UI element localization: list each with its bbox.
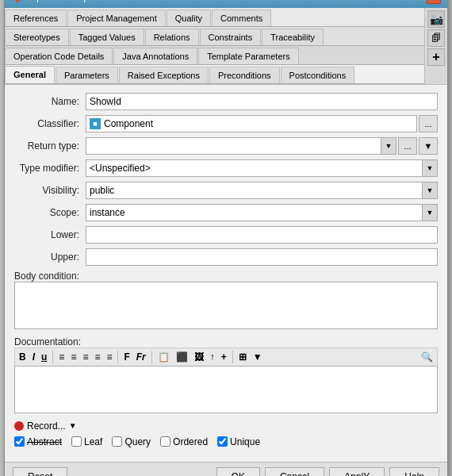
sidebar-icon-add[interactable]: + [427, 48, 445, 66]
tab-project-management[interactable]: Project Management [67, 10, 166, 26]
return-type-row: Return type: ▼ ... ▼ [14, 137, 438, 155]
classifier-value: Component [104, 118, 153, 129]
tab-comments[interactable]: Comments [212, 10, 271, 26]
toolbar-sep-3 [151, 351, 152, 363]
toolbar-dropdown[interactable]: ▼ [251, 351, 265, 363]
reset-button[interactable]: Reset [13, 467, 67, 477]
abstract-checkbox-item[interactable]: Abstract [14, 436, 62, 447]
query-checkbox[interactable] [112, 436, 122, 447]
tab-raised-exceptions[interactable]: Raised Exceptions [119, 67, 209, 83]
return-type-browse-button[interactable]: ... [398, 137, 417, 155]
type-modifier-select[interactable]: <Unspecified> [86, 159, 438, 177]
lower-row: Lower: [14, 226, 438, 244]
toolbar-align-center[interactable]: ≡ [68, 351, 79, 363]
ordered-label: Ordered [173, 436, 208, 447]
tab-stereotypes[interactable]: Stereotypes [5, 29, 69, 45]
tab-template-parameters[interactable]: Template Parameters [198, 48, 299, 64]
toolbar-color[interactable]: ⬛ [174, 351, 190, 363]
name-input[interactable] [86, 93, 438, 110]
lower-input[interactable] [86, 226, 438, 244]
abstract-checkbox[interactable] [14, 436, 25, 447]
classifier-input[interactable]: ■ Component [86, 115, 417, 132]
help-button[interactable]: Help [389, 467, 439, 477]
toolbar-italic[interactable]: I [30, 351, 37, 363]
tab-preconditions[interactable]: Preconditions [209, 67, 280, 83]
leaf-label: Leaf [84, 436, 102, 447]
visibility-label: Visibility: [14, 185, 86, 196]
classifier-browse-button[interactable]: ... [419, 115, 438, 132]
toolbar-search[interactable]: 🔍 [419, 351, 435, 363]
record-dropdown-arrow[interactable]: ▼ [69, 421, 77, 430]
return-type-down-button[interactable]: ▼ [419, 137, 438, 155]
tab-java-annotations[interactable]: Java Annotations [113, 48, 197, 64]
tab-traceability[interactable]: Traceability [262, 29, 324, 45]
classifier-icon: ■ [90, 118, 101, 129]
ok-button[interactable]: OK [216, 467, 260, 477]
toolbar-align-left[interactable]: ≡ [56, 351, 67, 363]
documentation-area: Documentation: B I u ≡ ≡ ≡ ≡ ≡ F Fr 📋 ⬛ … [14, 336, 438, 416]
query-label: Query [124, 436, 151, 447]
toolbar-font2[interactable]: Fr [134, 351, 148, 363]
tab-row-3: Operation Code Details Java Annotations … [5, 46, 424, 65]
toolbar-up[interactable]: ↑ [208, 351, 217, 363]
tab-constraints[interactable]: Constraints [200, 29, 262, 45]
return-type-label: Return type: [14, 140, 86, 152]
record-indicator [14, 421, 24, 431]
name-label: Name: [14, 96, 86, 107]
toolbar-image[interactable]: 🖼 [192, 351, 206, 363]
type-modifier-row: Type modifier: <Unspecified> ▼ [14, 159, 438, 177]
apply-button[interactable]: ApplY [329, 467, 385, 477]
cancel-button[interactable]: Cancel [265, 467, 324, 477]
toolbar-clipboard[interactable]: 📋 [155, 351, 172, 363]
record-button[interactable]: Record... [27, 420, 66, 432]
toolbar-list2[interactable]: ≡ [104, 351, 114, 363]
query-checkbox-item[interactable]: Query [112, 436, 151, 447]
app-icon [11, 0, 24, 3]
sidebar-icon-2[interactable]: 🗐 [427, 29, 445, 47]
tab-row-4: General Parameters Raised Exceptions Pre… [5, 65, 424, 84]
unique-checkbox[interactable] [217, 436, 228, 447]
toolbar-sep-1 [52, 351, 53, 363]
abstract-label: Abstract [27, 436, 62, 447]
body-condition-area: Body condition: [14, 271, 438, 332]
return-type-select[interactable] [86, 137, 396, 155]
toolbar-list[interactable]: ≡ [92, 351, 102, 363]
body-condition-textarea[interactable] [14, 282, 438, 329]
scope-label: Scope: [14, 207, 86, 218]
tab-references[interactable]: References [5, 10, 67, 26]
tab-postconditions[interactable]: Postconditions [281, 67, 355, 83]
toolbar-table[interactable]: ⊞ [236, 351, 249, 363]
unique-checkbox-item[interactable]: Unique [217, 436, 260, 447]
checkbox-row: Abstract Leaf Query Ordered Unique [14, 436, 438, 447]
sidebar-icon-1[interactable]: 📷 [427, 10, 445, 28]
leaf-checkbox[interactable] [71, 436, 82, 447]
visibility-select[interactable]: public [86, 182, 438, 199]
toolbar-font[interactable]: F [121, 351, 132, 363]
tab-relations[interactable]: Relations [145, 29, 199, 45]
leaf-checkbox-item[interactable]: Leaf [71, 436, 102, 447]
tab-tagged-values[interactable]: Tagged Values [70, 29, 144, 45]
close-button[interactable]: ✕ [427, 0, 441, 4]
unique-label: Unique [230, 436, 260, 447]
tab-general[interactable]: General [5, 66, 55, 83]
ordered-checkbox[interactable] [160, 436, 170, 447]
toolbar-align-right[interactable]: ≡ [80, 351, 90, 363]
scope-select[interactable]: instance [86, 204, 438, 221]
classifier-row: Classifier: ■ Component ... [14, 115, 438, 132]
toolbar-underline[interactable]: u [39, 351, 49, 363]
footer: Reset OK Cancel ApplY Help [5, 462, 447, 477]
tab-parameters[interactable]: Parameters [56, 67, 118, 83]
scope-row: Scope: instance ▼ [14, 204, 438, 221]
documentation-textarea[interactable] [14, 366, 438, 413]
lower-label: Lower: [14, 229, 86, 240]
doc-toolbar: B I u ≡ ≡ ≡ ≡ ≡ F Fr 📋 ⬛ 🖼 ↑ + ⊞ ▼ [14, 347, 438, 366]
tab-operation-code-details[interactable]: Operation Code Details [5, 48, 113, 64]
ordered-checkbox-item[interactable]: Ordered [160, 436, 208, 447]
tab-quality[interactable]: Quality [167, 10, 211, 26]
toolbar-bold[interactable]: B [17, 351, 29, 363]
record-row: Record... ▼ [14, 420, 438, 432]
name-row: Name: [14, 93, 438, 110]
toolbar-add[interactable]: + [219, 351, 229, 363]
classifier-label: Classifier: [14, 118, 86, 129]
upper-input[interactable] [86, 248, 438, 266]
